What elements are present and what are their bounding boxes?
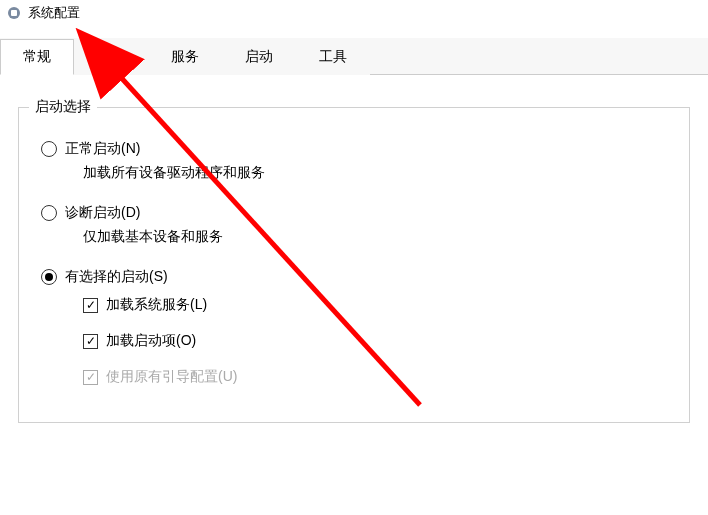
check-load-startup-items[interactable]: 加载启动项(O) — [83, 332, 671, 350]
check-label: 加载系统服务(L) — [106, 296, 207, 314]
radio-label: 有选择的启动(S) — [65, 268, 168, 286]
svg-rect-1 — [11, 10, 17, 16]
radio-icon — [41, 269, 57, 285]
tab-general[interactable]: 常规 — [0, 39, 74, 75]
tab-boot[interactable]: 引导 — [74, 39, 148, 75]
tab-services[interactable]: 服务 — [148, 39, 222, 75]
radio-label: 正常启动(N) — [65, 140, 140, 158]
content-area: 启动选择 正常启动(N) 加载所有设备驱动程序和服务 诊断启动(D) 仅加载基本… — [0, 75, 708, 441]
startup-selection-group: 启动选择 正常启动(N) 加载所有设备驱动程序和服务 诊断启动(D) 仅加载基本… — [18, 107, 690, 423]
tab-bar: 常规 引导 服务 启动 工具 — [0, 38, 708, 75]
radio-diagnostic-desc: 仅加载基本设备和服务 — [83, 228, 671, 246]
checkbox-icon — [83, 370, 98, 385]
radio-label: 诊断启动(D) — [65, 204, 140, 222]
tab-startup[interactable]: 启动 — [222, 39, 296, 75]
radio-selective-startup[interactable]: 有选择的启动(S) — [41, 268, 671, 286]
check-load-system-services[interactable]: 加载系统服务(L) — [83, 296, 671, 314]
checkbox-icon — [83, 298, 98, 313]
check-label: 加载启动项(O) — [106, 332, 196, 350]
app-icon — [6, 5, 22, 21]
radio-icon — [41, 141, 57, 157]
check-label: 使用原有引导配置(U) — [106, 368, 237, 386]
radio-normal-startup[interactable]: 正常启动(N) — [41, 140, 671, 158]
check-use-original-boot-config: 使用原有引导配置(U) — [83, 368, 671, 386]
group-title: 启动选择 — [29, 98, 97, 116]
window-title: 系统配置 — [28, 4, 80, 22]
tab-tools[interactable]: 工具 — [296, 39, 370, 75]
radio-diagnostic-startup[interactable]: 诊断启动(D) — [41, 204, 671, 222]
checkbox-icon — [83, 334, 98, 349]
titlebar: 系统配置 — [0, 0, 708, 26]
radio-icon — [41, 205, 57, 221]
radio-normal-desc: 加载所有设备驱动程序和服务 — [83, 164, 671, 182]
